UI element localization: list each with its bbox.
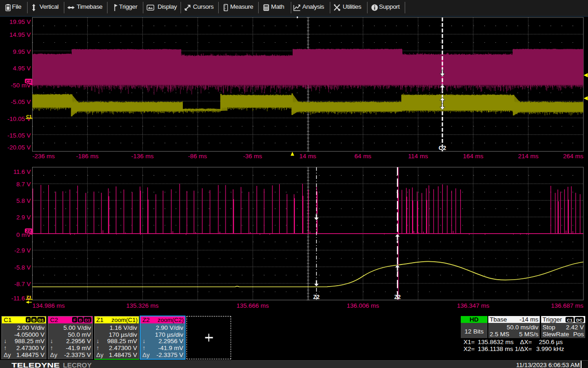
svg-text:C1: C1 <box>26 114 32 119</box>
svg-text:-186 ms: -186 ms <box>76 153 99 160</box>
svg-text:-20.05 V: -20.05 V <box>7 144 31 151</box>
svg-text:264 ms: 264 ms <box>563 153 584 160</box>
svg-text:-8.7 V: -8.7 V <box>14 281 31 288</box>
svg-text:C2: C2 <box>26 79 31 84</box>
svg-text:-86 ms: -86 ms <box>188 153 207 160</box>
svg-text:214 ms: 214 ms <box>518 153 539 160</box>
svg-text:135.666 ms: 135.666 ms <box>237 302 269 309</box>
svg-text:14.95 V: 14.95 V <box>9 31 31 38</box>
svg-text:-36 ms: -36 ms <box>243 153 262 160</box>
svg-text:164 ms: 164 ms <box>463 153 484 160</box>
svg-text:-5.05 V: -5.05 V <box>11 98 31 105</box>
svg-text:134.986 ms: 134.986 ms <box>33 302 65 309</box>
svg-text:-136 ms: -136 ms <box>131 153 154 160</box>
svg-text:8.7 V: 8.7 V <box>16 181 31 188</box>
svg-text:C2: C2 <box>439 144 447 151</box>
svg-text:-2.9 V: -2.9 V <box>14 247 31 254</box>
svg-text:2.9 V: 2.9 V <box>16 214 31 221</box>
svg-text:114 ms: 114 ms <box>408 153 428 160</box>
svg-text:-236 ms: -236 ms <box>33 153 55 160</box>
svg-text:136.687 ms: 136.687 ms <box>551 302 583 309</box>
svg-text:136.006 ms: 136.006 ms <box>347 302 379 309</box>
svg-text:5.8 V: 5.8 V <box>16 197 31 204</box>
svg-text:Z2: Z2 <box>313 294 320 300</box>
svg-text:14 ms: 14 ms <box>300 153 317 160</box>
svg-text:-15.05 V: -15.05 V <box>7 132 31 139</box>
svg-text:64 ms: 64 ms <box>355 153 372 160</box>
svg-text:Z1: Z1 <box>26 294 32 299</box>
svg-text:9.95 V: 9.95 V <box>13 48 31 55</box>
svg-text:4.95 V: 4.95 V <box>13 65 31 72</box>
svg-text:Z2: Z2 <box>26 228 31 233</box>
svg-text:19.95 V: 19.95 V <box>9 18 31 25</box>
svg-text:Z2: Z2 <box>394 294 401 300</box>
svg-text:135.326 ms: 135.326 ms <box>126 302 159 309</box>
svg-text:-5.8 V: -5.8 V <box>14 264 31 271</box>
svg-text:11.6 V: 11.6 V <box>13 168 31 175</box>
svg-text:136.347 ms: 136.347 ms <box>457 302 490 309</box>
